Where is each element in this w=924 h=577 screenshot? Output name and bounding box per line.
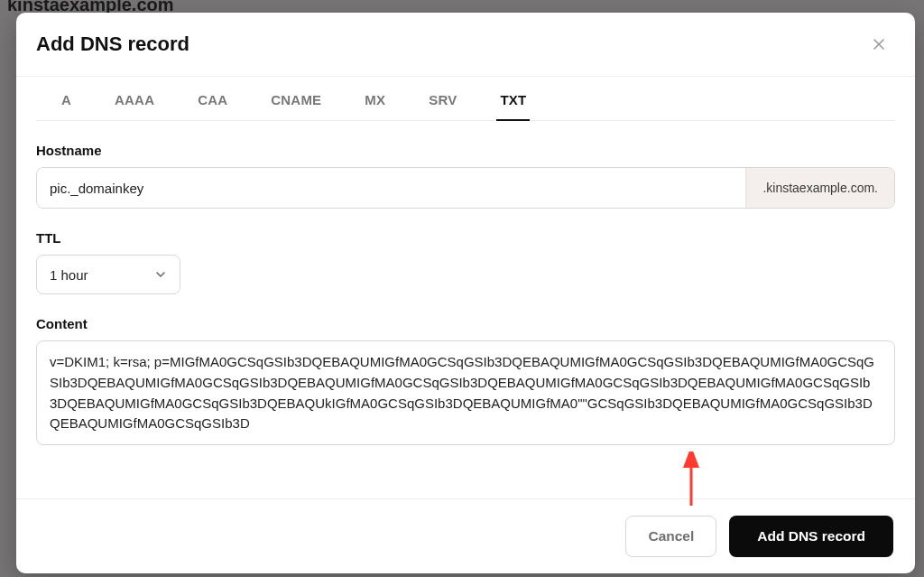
ttl-select[interactable]: 1 hour — [36, 255, 180, 294]
tab-aaaa[interactable]: AAAA — [115, 92, 154, 120]
tab-a[interactable]: A — [61, 92, 71, 120]
cancel-button[interactable]: Cancel — [625, 516, 716, 557]
ttl-selected-value: 1 hour — [50, 267, 88, 283]
modal-footer: Cancel Add DNS record — [16, 498, 915, 573]
record-type-tabs: A AAAA CAA CNAME MX SRV TXT — [36, 76, 895, 121]
tab-cname[interactable]: CNAME — [271, 92, 321, 120]
chevron-down-icon — [154, 268, 167, 281]
ttl-select-wrap: 1 hour — [36, 255, 180, 294]
ttl-label: TTL — [36, 230, 895, 246]
hostname-suffix: .kinstaexample.com. — [745, 168, 894, 208]
tab-srv[interactable]: SRV — [429, 92, 457, 120]
hostname-label: Hostname — [36, 143, 895, 158]
content-field: Content — [36, 316, 895, 449]
modal-title: Add DNS record — [36, 33, 189, 56]
ttl-field: TTL 1 hour — [36, 230, 895, 294]
tab-txt[interactable]: TXT — [500, 92, 526, 120]
close-icon — [872, 37, 886, 51]
modal-header: Add DNS record — [16, 13, 915, 76]
content-label: Content — [36, 316, 895, 331]
hostname-input[interactable] — [37, 168, 745, 208]
close-button[interactable] — [868, 33, 890, 55]
hostname-input-wrap: .kinstaexample.com. — [36, 167, 895, 209]
tab-caa[interactable]: CAA — [198, 92, 227, 120]
hostname-field: Hostname .kinstaexample.com. — [36, 143, 895, 209]
content-textarea[interactable] — [36, 340, 895, 445]
add-dns-record-button[interactable]: Add DNS record — [729, 516, 893, 557]
tab-mx[interactable]: MX — [365, 92, 385, 120]
modal-body: A AAAA CAA CNAME MX SRV TXT Hostname .ki… — [16, 76, 915, 498]
add-dns-record-modal: Add DNS record A AAAA CAA CNAME MX SRV T… — [16, 13, 915, 573]
